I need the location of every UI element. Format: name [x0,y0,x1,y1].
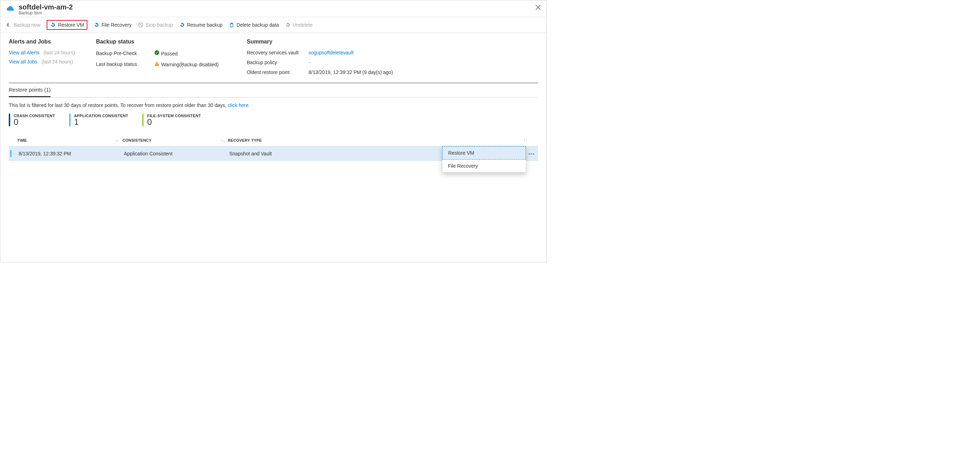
last-status-value-cell: Warning(Backup disabled) [154,61,219,67]
filter-text: This list is filtered for last 30 days o… [9,102,538,108]
precheck-label: Backup Pre-Check [96,51,148,56]
consistency-counters: CRASH CONSISTENT 0 APPLICATION CONSISTEN… [9,114,538,126]
row-consistency-stripe-icon [10,150,11,157]
ellipsis-icon: ⋯ [528,150,535,157]
restore-vm-button[interactable]: Restore VM [47,20,88,30]
trash-icon [229,22,234,28]
vm-cloud-icon [6,4,15,13]
td-time: 8/13/2019, 12:39:32 PM [19,151,124,156]
vault-link[interactable]: sogupsoftdeletevault [309,50,393,56]
last-status-label: Last backup status [96,61,148,67]
view-jobs-row: View all Jobs (last 24 hours) [9,59,75,65]
backup-now-label: Backup now [14,22,40,28]
undelete-label: Undelete [293,22,312,28]
counter-app-value: 1 [74,118,128,126]
th-recovery-type[interactable]: RECOVERY TYPE↑↓ [228,138,538,142]
counter-crash-label: CRASH CONSISTENT [14,114,55,118]
svg-rect-5 [157,63,157,64]
counter-bar-icon [9,114,10,126]
filter-prefix: This list is filtered for last 30 days o… [9,102,228,108]
check-circle-icon [154,50,160,56]
close-icon [535,4,542,11]
view-jobs-link[interactable]: View all Jobs [9,59,37,65]
summary-column: Summary Recovery services vault sogupsof… [247,38,393,75]
counter-fs-value: 0 [147,118,201,126]
ctx-file-recovery[interactable]: File Recovery [442,160,526,172]
counter-fs: FILE-SYSTEM CONSISTENT 0 [142,114,201,126]
tabs: Restore points (1) [9,83,538,97]
toolbar: Backup now Restore VM File Recovery Stop… [0,17,547,33]
close-button[interactable] [535,4,542,11]
alerts-column: Alerts and Jobs View all Alerts (last 24… [9,38,75,75]
warning-triangle-icon [154,61,160,66]
info-columns: Alerts and Jobs View all Alerts (last 24… [9,38,538,75]
content-area: Alerts and Jobs View all Alerts (last 24… [0,33,547,167]
counter-fs-label: FILE-SYSTEM CONSISTENT [147,114,201,118]
summary-heading: Summary [247,38,393,45]
filter-link[interactable]: click here. [228,102,250,108]
th-time[interactable]: TIME↑↓ [17,138,123,142]
undelete-button: Undelete [285,22,312,28]
stop-icon [138,22,143,28]
td-consistency: Application Consistent [124,151,229,156]
delete-backup-label: Delete backup data [237,22,279,28]
oldest-label: Oldest restore point [247,70,303,75]
row-context-menu: Restore VM File Recovery [442,146,526,173]
precheck-value-cell: Passed [154,50,219,57]
th-consistency[interactable]: CONSISTENCY↑↓ [123,138,228,142]
file-recovery-button[interactable]: File Recovery [94,22,132,28]
vault-label: Recovery services vault [247,50,303,56]
header-titles: softdel-vm-am-2 Backup Item [19,3,73,16]
view-jobs-suffix: (last 24 hours) [41,59,73,65]
th-recovery-label: RECOVERY TYPE [228,138,262,142]
sort-icon: ↑↓ [220,138,224,142]
counter-crash: CRASH CONSISTENT 0 [9,114,55,126]
sort-icon: ↑↓ [115,138,119,142]
backup-status-column: Backup status Backup Pre-Check Passed La… [96,38,219,75]
view-alerts-suffix: (last 24 hours) [43,50,75,56]
delete-backup-button[interactable]: Delete backup data [229,22,279,28]
view-alerts-link[interactable]: View all Alerts [9,50,39,56]
restore-points-table: TIME↑↓ CONSISTENCY↑↓ RECOVERY TYPE↑↓ 8/1… [9,135,538,161]
tab-restore-points[interactable]: Restore points (1) [9,83,51,97]
restore-vm-label: Restore VM [58,22,84,28]
th-consistency-label: CONSISTENCY [123,138,152,142]
backup-status-heading: Backup status [96,38,219,45]
policy-label: Backup policy [247,60,303,65]
resume-backup-button[interactable]: Resume backup [179,22,223,28]
stop-backup-button: Stop backup [138,22,173,28]
table-row[interactable]: 8/13/2019, 12:39:32 PM Application Consi… [9,146,538,161]
page-header: softdel-vm-am-2 Backup Item [0,0,547,17]
counter-app-label: APPLICATION CONSISTENT [74,114,128,118]
counter-app: APPLICATION CONSISTENT 1 [69,114,128,126]
view-alerts-row: View all Alerts (last 24 hours) [9,50,75,56]
oldest-value: 8/13/2019, 12:39:32 PM (9 day(s) ago) [309,70,393,75]
undo-icon [285,22,291,28]
row-actions-button[interactable]: ⋯ [525,150,538,157]
sort-icon: ↑↓ [523,138,528,142]
undo-icon [94,22,99,28]
counter-bar-icon [69,114,70,126]
undo-icon [50,22,56,28]
policy-link[interactable]: - [309,60,393,65]
page-title: softdel-vm-am-2 [19,3,73,11]
ctx-restore-vm[interactable]: Restore VM [442,146,526,160]
alerts-heading: Alerts and Jobs [9,38,75,45]
last-status-value: Warning(Backup disabled) [161,62,219,67]
counter-crash-value: 0 [14,118,55,126]
th-time-label: TIME [17,138,27,142]
counter-bar-icon [142,114,143,126]
table-header: TIME↑↓ CONSISTENCY↑↓ RECOVERY TYPE↑↓ [9,135,538,146]
stop-backup-label: Stop backup [146,22,173,28]
resume-backup-label: Resume backup [187,22,223,28]
refresh-icon [179,22,185,28]
svg-rect-6 [157,65,157,65]
file-recovery-label: File Recovery [102,22,132,28]
page-subtitle: Backup Item [19,11,73,16]
svg-line-3 [139,24,142,26]
backup-now-button: Backup now [6,22,40,28]
backup-now-icon [6,22,11,28]
precheck-value: Passed [161,51,178,57]
